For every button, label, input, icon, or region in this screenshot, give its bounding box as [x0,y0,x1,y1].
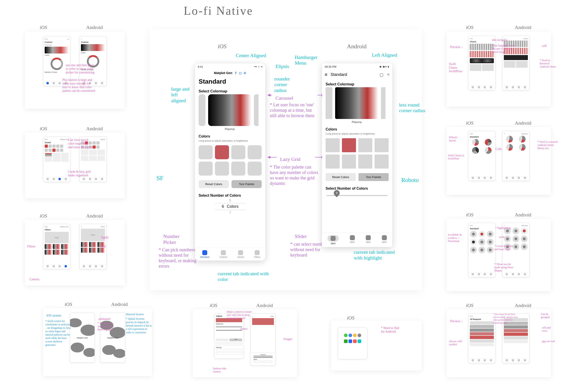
filter-icon [255,250,260,255]
android-screen-title: Standard [331,72,347,77]
bookmark-icon[interactable]: ▢ [379,72,383,77]
number-picker[interactable]: 5 6 Colors 7 [199,198,262,215]
ios-label: iOS [40,25,47,30]
tab-custom[interactable]: Custom [219,250,227,258]
share-icon[interactable]: ⇧ [234,71,237,75]
anno-ellipsis: Elipsis [276,63,289,69]
tab-item[interactable]: label [350,235,355,245]
note: DStack / layout [449,136,465,142]
colormap-caption: Plasma [352,120,362,124]
note: * Splash Screens powers in Jetpack by de… [126,317,152,334]
colormap-swatch[interactable] [208,94,251,126]
carousel-prev[interactable] [326,87,332,119]
page-title: Lo-fi Native [184,4,253,17]
ios-phone-mock: 9:41 ••• ᯤ ▮ Matplot Gen ⇧ ◻ ⊝ Standard … [195,63,265,261]
note: * Good of circles and basic logic [494,245,515,251]
ios-colormap-carousel[interactable]: Plasma [195,94,265,132]
colormap-swatch[interactable] [335,87,378,119]
color-cell[interactable] [231,145,245,159]
ios-label: iOS [347,315,354,321]
android-label: Android [515,212,531,218]
tab-filters[interactable]: Filters [254,250,260,258]
anno-carousel-note: * Let user focus on 'one' colormap at a … [270,102,318,118]
color-cell[interactable] [342,154,356,168]
color-cell[interactable] [358,154,372,168]
note: Dragger [283,338,292,341]
anno-android-tab: current tab indicated with highlight [354,249,401,261]
anno-picker-note: * Can pick numbers without need for keyb… [159,247,200,269]
color-cell[interactable] [326,154,340,168]
android-label: Android [515,303,531,308]
picker-current: 6 [222,204,224,209]
hamburger-icon[interactable]: ≡ [325,72,327,77]
note: cards [499,236,505,239]
color-cell[interactable] [326,138,340,152]
tab-item[interactable]: label [366,235,371,245]
color-cell[interactable] [375,154,389,168]
tab-icon [366,235,371,240]
ios-screen-title: Standard [195,77,265,87]
color-cell-selected[interactable] [342,138,356,152]
note: Camera [29,278,40,281]
anno-lazygrid-title: Lazy Grid [280,156,300,162]
grid-icon [202,250,207,255]
colormap-caption: Plasma [225,127,234,131]
thumb-ios-share [338,327,367,359]
thumb-ios-charts: 9:41 Charts [468,36,495,90]
bookmark-icon[interactable]: ◻ [239,71,242,75]
ios-label: iOS [40,126,47,132]
ios-color-grid [195,144,265,177]
color-cell-selected[interactable] [215,145,229,159]
android-select-num-label: Select Number of Colors [322,184,392,192]
note: Swift Charts or SwiftPlots [448,154,466,160]
ios-label: iOS [466,25,473,30]
test-palette-button[interactable]: Test Palette [359,173,389,181]
ios-nav-bar: Matplot Gen ⇧ ◻ ⊝ [195,70,265,77]
note: * Need to Research Android charts [540,59,558,68]
tab-standard[interactable]: Standard [200,250,209,258]
carousel-next[interactable] [254,94,259,126]
color-cell[interactable] [231,162,245,176]
android-colormap-carousel[interactable]: Plasma [322,87,392,125]
carousel-next[interactable] [381,87,385,119]
anno-center-aligned: Center Aligned [236,53,266,58]
number-slider[interactable]: 9 [322,192,392,198]
tab-item[interactable]: label [382,235,387,245]
note: * These two be made using Basic Shapes [494,263,517,272]
ios-status-icons: ••• ᯤ ▮ [254,65,262,69]
note: Swift Charts SwiftPlots [449,62,465,73]
anno-less-round: less round corner radius [399,102,426,113]
tab-saved[interactable]: Saved [237,250,244,258]
more-icon[interactable]: ⊝ [244,71,246,75]
color-cell[interactable] [199,145,213,159]
note: cell and rows [542,326,555,333]
tab-icon [382,235,387,240]
android-label: Android [111,301,128,307]
color-cell[interactable] [215,162,229,176]
share-icon[interactable]: < [387,72,390,77]
note: * Swift screen for wireframes is awkward… [45,320,72,347]
reset-colors-button[interactable]: Reset Colors [326,173,356,181]
tab-icon [331,236,335,241]
anno-lazygrid-note: * The color palette can have any number … [270,164,320,186]
note: * Need to research Android charts librar… [537,140,558,150]
note: Apply [101,236,109,239]
note: Filters [27,245,35,248]
carousel-prev[interactable] [199,94,205,126]
anno-slider-title: Slider [295,233,307,239]
reset-colors-button[interactable]: Reset Colors [199,180,229,188]
tab-item[interactable]: label [327,235,339,245]
color-cell[interactable] [248,145,262,159]
note: tabs navigator [492,39,512,42]
color-cell[interactable] [199,162,213,176]
color-cell[interactable] [248,162,262,176]
thumb-android-pies: ≡Standard [502,131,529,181]
ios-select-colormap-label: Select Colormap [195,87,265,94]
thumb-ios-dots: 9:41 Standard [468,223,495,277]
roboto-font-label: Roboto [401,177,419,183]
color-cell[interactable] [375,138,389,152]
test-palette-button[interactable]: Test Palette [232,180,262,188]
android-label: Android [256,303,273,308]
ios-status-bar: 9:41 ••• ᯤ ▮ [195,63,265,70]
color-cell[interactable] [358,138,372,152]
